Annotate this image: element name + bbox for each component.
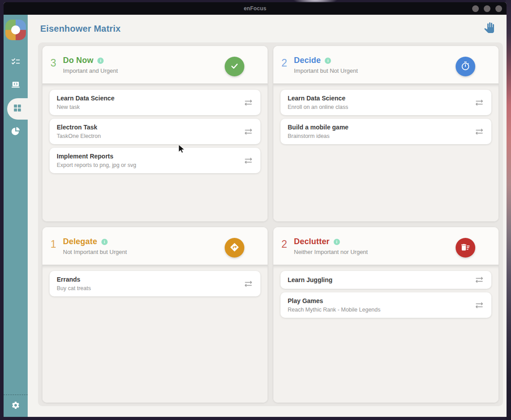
task-title: Electron Task bbox=[57, 124, 101, 131]
sidebar-item-matrix[interactable] bbox=[7, 98, 28, 120]
declutter-action-button[interactable] bbox=[456, 238, 475, 258]
task-title: Learn Data Science bbox=[57, 95, 114, 102]
task-row[interactable]: Play Games Reach Mythic Rank - Mobile Le… bbox=[281, 292, 491, 318]
info-icon[interactable]: i bbox=[325, 58, 331, 64]
sidebar-item-settings[interactable] bbox=[4, 395, 28, 417]
window-control-dot[interactable] bbox=[495, 5, 502, 12]
task-title: Build a mobile game bbox=[288, 124, 348, 131]
sidebar bbox=[4, 15, 28, 417]
swap-horizontal-icon[interactable] bbox=[474, 300, 484, 310]
app-window: enFocus bbox=[4, 2, 507, 417]
quadrant-task-count: 3 bbox=[50, 57, 63, 69]
task-subtitle: Brainstorm ideas bbox=[288, 133, 348, 139]
task-subtitle: Reach Mythic Rank - Mobile Legends bbox=[288, 307, 381, 313]
task-subtitle: Buy cat treats bbox=[57, 285, 91, 291]
window-control-dot[interactable] bbox=[484, 5, 490, 12]
quadrant-title: Decide bbox=[294, 56, 321, 65]
do-now-action-button[interactable] bbox=[225, 57, 244, 76]
sidebar-item-reports[interactable] bbox=[4, 121, 28, 144]
swap-horizontal-icon[interactable] bbox=[243, 156, 253, 166]
quadrant-title: Do Now bbox=[63, 56, 93, 65]
gear-icon bbox=[11, 401, 20, 412]
quadrant-subtitle: Neither Important nor Urgent bbox=[294, 249, 368, 255]
decide-action-button[interactable] bbox=[456, 57, 475, 76]
window-title: enFocus bbox=[244, 5, 267, 12]
quadrant-task-count: 1 bbox=[50, 238, 63, 250]
task-title: Learn Juggling bbox=[288, 276, 332, 283]
task-row[interactable]: Electron Task TaskOne Electron bbox=[50, 119, 260, 144]
hand-tool-button[interactable] bbox=[483, 23, 495, 34]
quadrant-header: 3 Do Now i Important and Urgent bbox=[42, 46, 268, 83]
page-title: Eisenhower Matrix bbox=[40, 24, 121, 34]
app-logo bbox=[5, 20, 26, 40]
info-icon[interactable]: i bbox=[101, 239, 108, 245]
quadrant-task-list: Errands Buy cat treats bbox=[42, 265, 268, 403]
swap-horizontal-icon[interactable] bbox=[243, 127, 253, 137]
quadrant-subtitle: Important and Urgent bbox=[63, 67, 118, 74]
task-title: Learn Data Science bbox=[288, 95, 348, 102]
task-subtitle: Export reports to png, jpg or svg bbox=[57, 162, 136, 168]
window-control-dot[interactable] bbox=[472, 5, 479, 12]
task-row[interactable]: Build a mobile game Brainstorm ideas bbox=[281, 119, 491, 144]
quadrant-title: Delegate bbox=[63, 237, 97, 246]
task-title: Errands bbox=[57, 276, 91, 283]
delegate-action-button[interactable] bbox=[225, 238, 244, 258]
task-subtitle: TaskOne Electron bbox=[57, 133, 101, 139]
main-content: Eisenhower Matrix 3 Do Now i Important a… bbox=[28, 15, 507, 417]
quadrant-subtitle: Important but Not Urgent bbox=[294, 67, 358, 74]
check-icon bbox=[230, 61, 239, 72]
swap-horizontal-icon[interactable] bbox=[243, 98, 253, 108]
laptop-code-icon bbox=[11, 80, 21, 91]
swap-horizontal-icon[interactable] bbox=[243, 279, 253, 289]
info-icon[interactable]: i bbox=[334, 239, 340, 245]
window-controls[interactable] bbox=[472, 2, 502, 15]
task-row[interactable]: Learn Data Science Enroll on an online c… bbox=[281, 90, 491, 115]
sidebar-item-dev[interactable] bbox=[4, 74, 28, 97]
quadrant-declutter: 2 Declutter i Neither Important nor Urge… bbox=[273, 227, 498, 403]
quadrant-do-now: 3 Do Now i Important and Urgent Learn Da… bbox=[42, 46, 268, 221]
swap-horizontal-icon[interactable] bbox=[474, 98, 484, 108]
quadrant-task-count: 2 bbox=[281, 57, 294, 69]
task-title: Play Games bbox=[288, 297, 381, 304]
quadrant-task-count: 2 bbox=[281, 238, 294, 250]
quadrant-title: Declutter bbox=[294, 237, 330, 246]
page-header: Eisenhower Matrix bbox=[28, 15, 507, 42]
quadrant-task-list: Learn Juggling Play Games Reach Mythic R… bbox=[273, 265, 498, 403]
hand-icon bbox=[484, 22, 494, 35]
timer-icon bbox=[461, 61, 470, 72]
quadrant-subtitle: Not Important but Urgent bbox=[63, 249, 127, 255]
swap-horizontal-icon[interactable] bbox=[474, 127, 484, 137]
delete-sweep-icon bbox=[461, 242, 470, 254]
task-title: Implement Reports bbox=[57, 153, 136, 160]
sidebar-item-tasks[interactable] bbox=[4, 51, 28, 74]
quadrant-task-list: Learn Data Science Enroll on an online c… bbox=[273, 83, 498, 221]
quadrant-delegate: 1 Delegate i Not Important but Urgent Er… bbox=[42, 227, 268, 403]
quadrant-header: 2 Decide i Important but Not Urgent bbox=[273, 46, 498, 83]
grid-icon bbox=[13, 103, 22, 115]
quadrant-header: 2 Declutter i Neither Important nor Urge… bbox=[273, 227, 498, 265]
info-icon[interactable]: i bbox=[97, 58, 104, 64]
task-row[interactable]: Learn Juggling bbox=[281, 271, 491, 289]
sidebar-nav bbox=[4, 51, 28, 144]
quadrant-decide: 2 Decide i Important but Not Urgent Lear… bbox=[273, 46, 498, 221]
task-row[interactable]: Implement Reports Export reports to png,… bbox=[50, 148, 260, 173]
task-subtitle: Enroll on an online class bbox=[288, 104, 348, 110]
task-row[interactable]: Learn Data Science New task bbox=[50, 90, 260, 115]
window-titlebar[interactable]: enFocus bbox=[4, 2, 507, 15]
swap-horizontal-icon[interactable] bbox=[474, 275, 484, 285]
matrix-grid: 3 Do Now i Important and Urgent Learn Da… bbox=[38, 42, 503, 406]
task-subtitle: New task bbox=[57, 104, 114, 110]
checklist-icon bbox=[11, 57, 21, 68]
quadrant-task-list: Learn Data Science New task Electron Tas… bbox=[42, 83, 268, 221]
pie-chart-icon bbox=[11, 126, 21, 138]
task-row[interactable]: Errands Buy cat treats bbox=[50, 271, 260, 296]
directions-icon bbox=[230, 242, 239, 254]
quadrant-header: 1 Delegate i Not Important but Urgent bbox=[42, 227, 268, 265]
